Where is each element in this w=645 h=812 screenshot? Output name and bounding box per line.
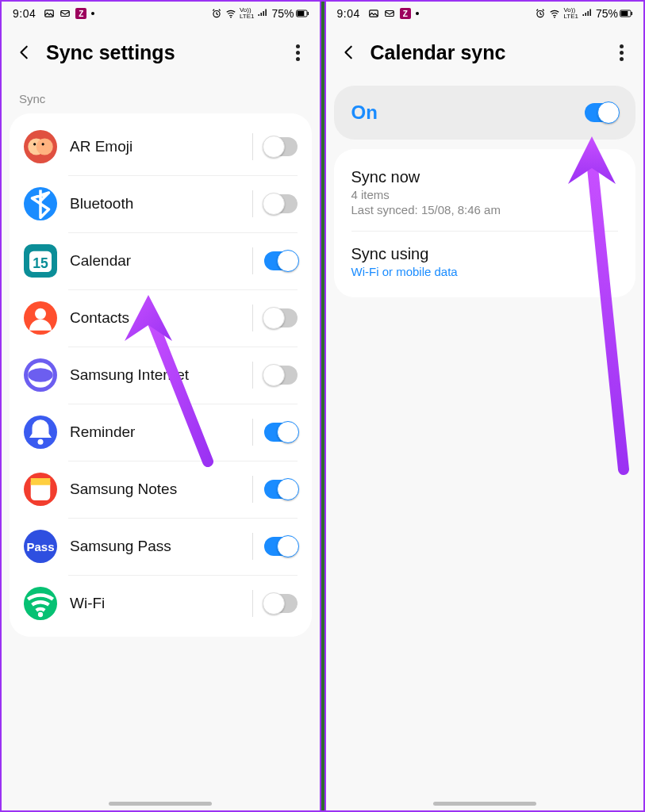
app-icon bbox=[24, 416, 57, 449]
svg-rect-21 bbox=[386, 11, 394, 17]
header: Calendar sync bbox=[326, 24, 644, 81]
sync-item-label: Calendar bbox=[70, 252, 241, 270]
sync-item-wi-fi[interactable]: Wi-Fi bbox=[10, 575, 312, 632]
status-bar: 9:04 Z Vo))LTE1 75% bbox=[2, 2, 320, 24]
svg-rect-6 bbox=[307, 12, 308, 15]
signal-icon bbox=[257, 8, 268, 19]
sync-item-samsung-internet[interactable]: Samsung Internet bbox=[10, 347, 312, 404]
back-icon[interactable] bbox=[340, 44, 358, 61]
sync-using-value: Wi-Fi or mobile data bbox=[351, 265, 619, 278]
svg-point-9 bbox=[33, 143, 36, 145]
status-dot bbox=[416, 12, 419, 15]
svg-text:15: 15 bbox=[33, 255, 48, 271]
separator bbox=[252, 362, 253, 389]
sync-now-items: 4 items bbox=[351, 188, 619, 201]
status-time: 9:04 bbox=[13, 7, 36, 20]
sync-list: AR EmojiBluetooth15CalendarContactsSamsu… bbox=[10, 113, 312, 637]
volte-indicator: Vo))LTE1 bbox=[240, 7, 255, 20]
sync-item-toggle[interactable] bbox=[264, 423, 298, 442]
app-icon bbox=[24, 473, 57, 506]
app-icon: Pass bbox=[24, 530, 57, 563]
sync-now-title: Sync now bbox=[351, 168, 619, 186]
alarm-icon bbox=[211, 8, 222, 19]
sync-now-row[interactable]: Sync now 4 items Last synced: 15/08, 8:4… bbox=[334, 154, 636, 231]
gallery-icon bbox=[368, 8, 379, 19]
sync-item-ar-emoji[interactable]: AR Emoji bbox=[10, 118, 312, 175]
battery-icon bbox=[296, 9, 309, 18]
sync-item-bluetooth[interactable]: Bluetooth bbox=[10, 175, 312, 232]
sync-item-samsung-pass[interactable]: PassSamsung Pass bbox=[10, 518, 312, 575]
signal-icon bbox=[582, 8, 593, 19]
svg-rect-5 bbox=[297, 11, 304, 16]
sync-item-calendar[interactable]: 15Calendar bbox=[10, 232, 312, 289]
wifi-icon bbox=[549, 8, 560, 19]
gallery-icon bbox=[44, 8, 55, 19]
more-icon[interactable] bbox=[296, 44, 301, 61]
separator bbox=[252, 304, 253, 331]
battery-percent: 75% bbox=[271, 7, 294, 20]
mail-icon bbox=[60, 8, 71, 19]
more-icon[interactable] bbox=[620, 44, 624, 61]
nav-handle[interactable] bbox=[109, 802, 212, 806]
sync-item-label: Wi-Fi bbox=[70, 595, 241, 612]
volte-indicator: Vo))LTE1 bbox=[563, 7, 578, 20]
separator bbox=[252, 190, 253, 217]
sync-using-row[interactable]: Sync using Wi-Fi or mobile data bbox=[334, 231, 636, 293]
master-toggle-label: On bbox=[351, 102, 585, 124]
sync-item-toggle[interactable] bbox=[264, 537, 298, 556]
status-time: 9:04 bbox=[337, 7, 360, 20]
sync-using-title: Sync using bbox=[351, 245, 619, 263]
svg-point-19 bbox=[38, 612, 43, 617]
sync-item-toggle[interactable] bbox=[264, 480, 298, 499]
svg-point-23 bbox=[555, 17, 556, 18]
separator bbox=[252, 590, 253, 617]
app-icon bbox=[24, 587, 57, 620]
screen-sync-settings: 9:04 Z Vo))LTE1 75% Sync settings Sync A… bbox=[2, 2, 320, 810]
separator bbox=[252, 133, 253, 160]
nav-handle[interactable] bbox=[433, 802, 536, 806]
svg-point-16 bbox=[38, 439, 44, 445]
app-icon bbox=[24, 358, 57, 392]
page-title: Sync settings bbox=[46, 41, 296, 64]
app-icon bbox=[24, 301, 57, 335]
master-toggle-row[interactable]: On bbox=[334, 86, 636, 140]
separator bbox=[252, 476, 253, 503]
sync-item-label: Bluetooth bbox=[70, 195, 241, 213]
sync-item-reminder[interactable]: Reminder bbox=[10, 404, 312, 461]
status-bar: 9:04 Z Vo))LTE1 75% bbox=[326, 2, 644, 24]
svg-rect-26 bbox=[632, 12, 632, 15]
back-icon[interactable] bbox=[16, 44, 33, 61]
svg-point-15 bbox=[28, 368, 53, 382]
sync-item-label: Samsung Internet bbox=[70, 366, 241, 384]
svg-rect-18 bbox=[31, 478, 51, 485]
mail-icon bbox=[384, 8, 395, 19]
sync-item-toggle[interactable] bbox=[264, 594, 298, 613]
sync-details-card: Sync now 4 items Last synced: 15/08, 8:4… bbox=[334, 149, 636, 297]
separator bbox=[252, 247, 253, 274]
wifi-icon bbox=[225, 8, 236, 19]
battery-icon bbox=[620, 9, 632, 18]
sync-item-toggle[interactable] bbox=[264, 137, 298, 156]
sync-item-contacts[interactable]: Contacts bbox=[10, 289, 312, 347]
master-toggle[interactable] bbox=[585, 103, 618, 122]
svg-rect-1 bbox=[61, 11, 70, 17]
sync-item-label: Samsung Notes bbox=[70, 481, 241, 498]
sync-item-label: Samsung Pass bbox=[70, 538, 241, 555]
svg-rect-25 bbox=[621, 11, 628, 16]
sync-item-samsung-notes[interactable]: Samsung Notes bbox=[10, 461, 312, 518]
header: Sync settings bbox=[2, 24, 320, 81]
separator bbox=[252, 533, 253, 560]
sync-item-toggle[interactable] bbox=[264, 308, 298, 327]
sync-now-last: Last synced: 15/08, 8:46 am bbox=[351, 203, 619, 216]
sync-item-toggle[interactable] bbox=[264, 251, 298, 270]
alarm-icon bbox=[535, 8, 546, 19]
separator bbox=[252, 419, 253, 446]
app-icon bbox=[24, 130, 57, 163]
sync-item-toggle[interactable] bbox=[264, 366, 298, 385]
svg-point-13 bbox=[35, 308, 46, 320]
svg-point-8 bbox=[36, 139, 53, 155]
svg-point-10 bbox=[42, 143, 44, 145]
sync-item-label: AR Emoji bbox=[70, 138, 241, 155]
page-title: Calendar sync bbox=[370, 41, 620, 64]
sync-item-toggle[interactable] bbox=[264, 194, 298, 213]
